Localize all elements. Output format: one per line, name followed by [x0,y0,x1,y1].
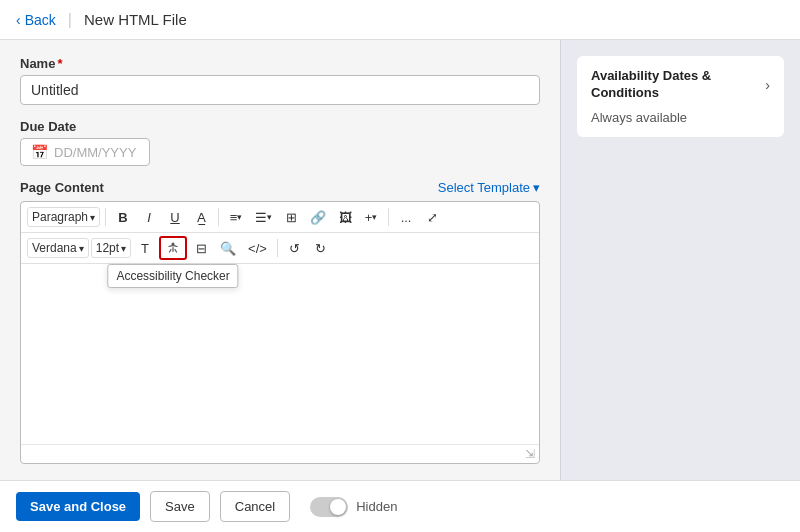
resize-icon: ⇲ [525,447,535,461]
table-options-button[interactable]: ⊟ [189,236,213,260]
back-arrow-icon: ‹ [16,12,21,28]
toolbar-row-2: Verdana 12pt T [21,233,539,264]
list-button[interactable]: ☰ ▾ [250,205,277,229]
required-indicator: * [57,56,62,71]
font-family-chevron-icon [79,241,84,255]
toolbar-sep-4 [277,239,278,257]
toolbar-sep-2 [218,208,219,226]
footer-bar: Save and Close Save Cancel Hidden [0,480,800,532]
availability-section: Availability Dates & Conditions › Always… [577,56,784,137]
align-button[interactable]: ≡ ▾ [224,205,248,229]
paragraph-chevron-icon [90,210,95,224]
page-header: ‹ Back | New HTML File [0,0,800,40]
name-label: Name* [20,56,540,71]
sidebar: Availability Dates & Conditions › Always… [560,40,800,480]
toolbar-row-1: Paragraph B I U A̲ ≡ ▾ ☰ ▾ ⊞ 🔗 🖼 +▾ [21,202,539,233]
font-size-chevron-icon [121,241,126,255]
font-family-select[interactable]: Verdana [27,238,89,258]
name-field-group: Name* [20,56,540,105]
due-date-input[interactable]: 📅 DD/MM/YYYY [20,138,150,166]
table-button[interactable]: ⊞ [279,205,303,229]
fullscreen-button[interactable]: ⤢ [420,205,444,229]
find-replace-button[interactable]: 🔍 [215,236,241,260]
hidden-toggle-label: Hidden [356,499,397,514]
page-content-label-row: Page Content Select Template ▾ [20,180,540,195]
availability-status: Always available [591,110,770,125]
sidebar-section-title: Availability Dates & Conditions [591,68,765,102]
insert-button[interactable]: +▾ [359,205,383,229]
save-and-close-button[interactable]: Save and Close [16,492,140,521]
date-placeholder: DD/MM/YYYY [54,145,136,160]
toolbar-sep-3 [388,208,389,226]
page-title: New HTML File [84,11,187,28]
content-area: Name* Due Date 📅 DD/MM/YYYY Page Content… [0,40,560,480]
rich-text-editor: Paragraph B I U A̲ ≡ ▾ ☰ ▾ ⊞ 🔗 🖼 +▾ [20,201,540,464]
due-date-label: Due Date [20,119,540,134]
redo-button[interactable]: ↻ [309,236,333,260]
chevron-down-icon: ▾ [533,180,540,195]
accessibility-icon [166,241,180,255]
code-view-button[interactable]: </> [243,236,272,260]
page-content-group: Page Content Select Template ▾ Paragraph… [20,180,540,464]
toolbar-sep-1 [105,208,106,226]
more-button[interactable]: ... [394,205,418,229]
back-button[interactable]: ‹ Back [16,12,56,28]
paragraph-select[interactable]: Paragraph [27,207,100,227]
link-button[interactable]: 🔗 [305,205,331,229]
hidden-toggle[interactable] [310,497,348,517]
calendar-icon: 📅 [31,144,48,160]
image-button[interactable]: 🖼 [333,205,357,229]
header-divider: | [68,11,72,29]
save-button[interactable]: Save [150,491,210,522]
page-content-label: Page Content [20,180,104,195]
editor-resize-handle[interactable]: ⇲ [21,444,539,463]
font-color-button[interactable]: A̲ [189,205,213,229]
undo-button[interactable]: ↺ [283,236,307,260]
bold-button[interactable]: B [111,205,135,229]
sidebar-section-header: Availability Dates & Conditions › [591,68,770,102]
font-size-select[interactable]: 12pt [91,238,131,258]
svg-point-0 [172,243,175,246]
underline-button[interactable]: U [163,205,187,229]
back-label: Back [25,12,56,28]
toggle-knob [330,499,346,515]
format-text-button[interactable]: T [133,236,157,260]
select-template-button[interactable]: Select Template ▾ [438,180,540,195]
due-date-group: Due Date 📅 DD/MM/YYYY [20,119,540,166]
sidebar-chevron-icon[interactable]: › [765,77,770,93]
accessibility-checker-wrapper: Accessibility Checker [159,236,187,260]
cancel-button[interactable]: Cancel [220,491,290,522]
hidden-toggle-group: Hidden [310,497,397,517]
main-container: Name* Due Date 📅 DD/MM/YYYY Page Content… [0,40,800,480]
editor-body[interactable] [21,264,539,444]
name-input[interactable] [20,75,540,105]
accessibility-checker-button[interactable] [159,236,187,260]
italic-button[interactable]: I [137,205,161,229]
